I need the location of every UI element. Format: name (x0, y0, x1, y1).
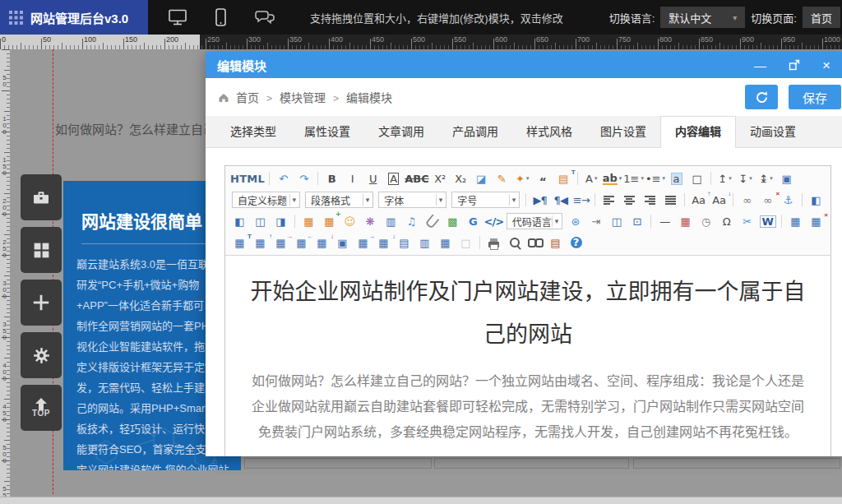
screen-projection-icon[interactable]: ⊡ (627, 213, 647, 230)
attachment-icon[interactable] (422, 213, 442, 230)
breadcrumb-item[interactable]: 首页 (236, 91, 259, 104)
image-align-right-icon[interactable]: ◨ (271, 213, 291, 230)
page-select[interactable]: 首页 (803, 7, 840, 28)
rtl-icon[interactable]: ¶◀ (550, 192, 571, 209)
indent-icon[interactable]: ≡→ (571, 192, 591, 209)
to-uppercase-icon[interactable]: Aa↑ (688, 192, 709, 209)
editor-body[interactable]: 开始企业网站制作及门户网站建设，立即拥有一个属于自己的网站 如何做网站？怎么样建… (225, 256, 830, 445)
unlink-icon[interactable]: ∞× (757, 192, 778, 209)
custom-title-select[interactable]: 自定义标题▾ (232, 192, 300, 208)
find-replace-icon[interactable] (525, 234, 545, 252)
insert-column-icon[interactable]: ▦← (291, 234, 312, 252)
superscript-icon[interactable]: X² (430, 170, 451, 187)
tab-select-type[interactable]: 选择类型 (216, 116, 290, 147)
align-center-icon[interactable] (619, 192, 640, 209)
screenshot-icon[interactable]: ✂ (737, 213, 757, 230)
refresh-button[interactable] (745, 85, 778, 109)
delete-table-icon[interactable]: ▦× (806, 213, 826, 230)
char-border-icon[interactable]: A (383, 170, 404, 187)
tab-attribute-settings[interactable]: 属性设置 (290, 116, 364, 147)
unordered-list-icon[interactable]: •≡▾ (645, 170, 666, 187)
web-app-icon[interactable]: ⊛ (565, 213, 585, 230)
toolbox-button[interactable] (21, 174, 62, 220)
image-align-left-icon[interactable]: ◧ (229, 213, 250, 230)
insert-image-icon[interactable]: ▦ (298, 213, 319, 230)
ltr-icon[interactable]: ▶¶ (530, 192, 550, 209)
add-module-button[interactable] (21, 280, 62, 326)
anchor-icon[interactable]: ⚓ (778, 192, 798, 209)
new-page-icon[interactable]: □ (687, 170, 707, 187)
mobile-preview-icon[interactable] (215, 8, 226, 26)
link-icon[interactable]: ∞ (737, 192, 757, 209)
insert-table-icon[interactable]: ▦ (785, 213, 806, 230)
page-break-icon[interactable]: ⇥ (585, 213, 606, 230)
source-code-icon[interactable]: HTML (229, 170, 266, 187)
align-justify-icon[interactable] (660, 192, 681, 209)
delete-column-icon[interactable]: ▦↓ (312, 234, 332, 252)
text-wrap-icon[interactable]: ◧ (806, 192, 826, 209)
split-columns-icon[interactable]: ▥ (414, 234, 435, 252)
photo-album-icon[interactable]: ▦+ (319, 213, 340, 230)
auto-typeset-icon[interactable]: ✦▾ (512, 170, 533, 187)
close-icon[interactable]: × (822, 58, 830, 72)
table-caption-icon[interactable]: ▦T (229, 234, 250, 252)
image-align-center-icon[interactable]: ◫ (250, 213, 271, 230)
insert-music-icon[interactable]: ♫ (401, 213, 422, 230)
paragraph-format-select[interactable]: 段落格式▾ (305, 192, 373, 208)
minimize-icon[interactable]: — (754, 59, 766, 72)
merge-cells-icon[interactable]: ▣ (332, 234, 353, 252)
horizontal-scrollbar[interactable] (0, 497, 842, 504)
module-placeholder[interactable] (633, 458, 840, 469)
modules-button[interactable] (21, 227, 62, 273)
clipboard-icon[interactable]: ▤ (545, 234, 566, 252)
tab-article-call[interactable]: 文章调用 (364, 116, 438, 147)
strikethrough-icon[interactable]: ABC (404, 170, 430, 187)
highlight-color-icon[interactable]: ab▾ (602, 170, 623, 187)
insert-date-icon[interactable]: ▦ (675, 213, 696, 230)
code-language-select[interactable]: 代码语言▾ (507, 213, 563, 229)
back-to-top-button[interactable]: TOP (21, 385, 62, 431)
split-cells-icon[interactable]: ▦ (435, 234, 456, 252)
maximize-icon[interactable] (789, 59, 800, 71)
subscript-icon[interactable]: X₂ (451, 170, 471, 187)
module-placeholder[interactable] (434, 458, 629, 469)
disabled-doc-icon[interactable]: □ (456, 234, 476, 252)
help-icon[interactable]: ? (566, 234, 586, 252)
insert-iframe-icon[interactable]: ◫ (606, 213, 627, 230)
tab-product-call[interactable]: 产品调用 (438, 116, 512, 147)
print-icon[interactable] (483, 234, 504, 252)
ordered-list-icon[interactable]: 1≡▾ (622, 170, 645, 187)
underline-icon[interactable]: U (363, 170, 383, 187)
paragraph-space-bottom-icon[interactable]: ↧▾ (735, 170, 756, 187)
baidu-map-icon[interactable]: ▩ (442, 213, 463, 230)
breadcrumb-item[interactable]: 编辑模块 (346, 91, 392, 104)
tab-animation-settings[interactable]: 动画设置 (736, 116, 810, 147)
language-select[interactable]: 默认中文 ▾ (660, 7, 745, 28)
tab-content-edit[interactable]: 内容编辑 (660, 116, 736, 148)
word-import-icon[interactable]: W (757, 213, 778, 230)
remove-format-icon[interactable]: ◪ (471, 170, 492, 187)
horizontal-rule-icon[interactable]: — (655, 213, 675, 230)
line-height-icon[interactable]: ↨▾ (756, 170, 776, 187)
bold-icon[interactable]: B (322, 170, 342, 187)
split-rows-icon[interactable]: ▤ (394, 234, 414, 252)
blockquote-icon[interactable]: “ (533, 170, 553, 187)
format-brush-icon[interactable]: ✎ (492, 170, 512, 187)
desktop-preview-icon[interactable] (168, 8, 187, 26)
special-char-icon[interactable]: Ω (716, 213, 737, 230)
font-size-select[interactable]: 字号▾ (451, 192, 520, 208)
insert-time-icon[interactable]: ◷ (696, 213, 716, 230)
dialog-header[interactable]: 编辑模块 — × (206, 52, 842, 78)
save-button[interactable]: 保存 (789, 85, 841, 109)
insert-row-icon[interactable]: ▦↑ (250, 234, 271, 252)
merge-right-icon[interactable]: ▦→ (353, 234, 373, 252)
italic-icon[interactable]: I (342, 170, 363, 187)
breadcrumb-item[interactable]: 模块管理 (280, 91, 326, 104)
preview-icon[interactable] (504, 234, 525, 252)
insert-code-icon[interactable]: </> (483, 213, 504, 230)
font-family-select[interactable]: 字体▾ (378, 192, 446, 208)
font-color-icon[interactable]: A▾ (581, 170, 602, 187)
tab-style[interactable]: 样式风格 (512, 116, 586, 147)
redo-icon[interactable]: ↷ (294, 170, 314, 187)
to-lowercase-icon[interactable]: Aa↓ (709, 192, 729, 209)
